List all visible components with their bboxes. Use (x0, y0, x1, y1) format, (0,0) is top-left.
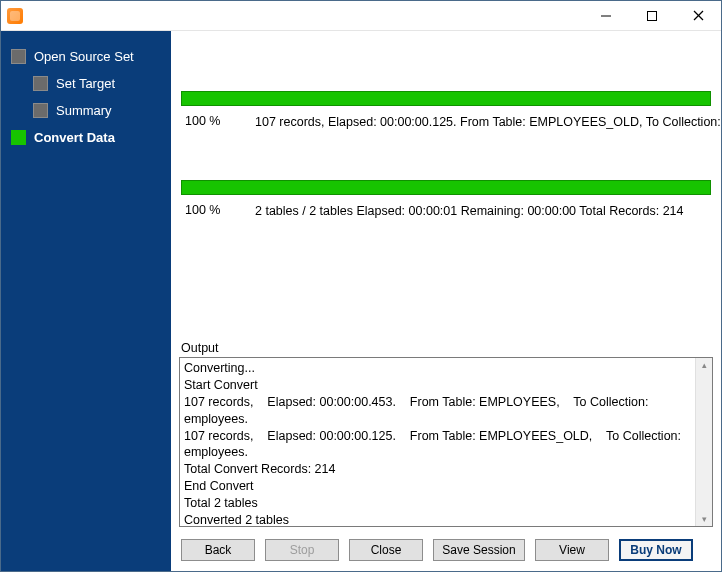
app-icon (7, 8, 23, 24)
wizard-step-status-icon (11, 49, 26, 64)
wizard-step[interactable]: Open Source Set (1, 43, 171, 70)
scroll-down-icon[interactable]: ▾ (702, 514, 707, 524)
output-scrollbar[interactable]: ▴ ▾ (695, 358, 712, 526)
wizard-step-label: Open Source Set (34, 49, 134, 64)
minimize-button[interactable] (583, 1, 629, 31)
close-window-button[interactable] (675, 1, 721, 31)
main-panel: 100 % 107 records, Elapsed: 00:00:00.125… (171, 31, 721, 571)
task-progress-bar (181, 91, 711, 106)
overall-progress-bar (181, 180, 711, 195)
svg-rect-1 (648, 11, 657, 20)
wizard-sidebar: Open Source SetSet TargetSummaryConvert … (1, 31, 171, 571)
view-button[interactable]: View (535, 539, 609, 561)
buy-now-button[interactable]: Buy Now (619, 539, 693, 561)
wizard-step[interactable]: Convert Data (1, 124, 171, 151)
progress-area: 100 % 107 records, Elapsed: 00:00:00.125… (179, 31, 713, 234)
titlebar (1, 1, 721, 31)
close-button[interactable]: Close (349, 539, 423, 561)
task-progress-info: 107 records, Elapsed: 00:00:00.125. From… (255, 114, 722, 132)
output-label: Output (179, 341, 713, 357)
wizard-step-label: Convert Data (34, 130, 115, 145)
scroll-up-icon[interactable]: ▴ (702, 360, 707, 370)
save-session-button[interactable]: Save Session (433, 539, 525, 561)
app-window: Open Source SetSet TargetSummaryConvert … (0, 0, 722, 572)
wizard-step-label: Set Target (56, 76, 115, 91)
output-textbox[interactable]: Converting... Start Convert 107 records,… (179, 357, 713, 527)
back-button[interactable]: Back (181, 539, 255, 561)
overall-progress-info: 2 tables / 2 tables Elapsed: 00:00:01 Re… (255, 203, 707, 221)
window-body: Open Source SetSet TargetSummaryConvert … (1, 31, 721, 571)
maximize-button[interactable] (629, 1, 675, 31)
task-progress-row: 100 % 107 records, Elapsed: 00:00:00.125… (179, 112, 713, 146)
wizard-step-status-icon (33, 76, 48, 91)
wizard-step-status-icon (33, 103, 48, 118)
wizard-step-label: Summary (56, 103, 112, 118)
button-row: Back Stop Close Save Session View Buy No… (179, 533, 713, 571)
titlebar-left (1, 8, 23, 24)
overall-progress-row: 100 % 2 tables / 2 tables Elapsed: 00:00… (179, 201, 713, 235)
overall-progress-percent: 100 % (185, 203, 255, 217)
window-controls (583, 1, 721, 31)
output-content: Converting... Start Convert 107 records,… (180, 358, 712, 526)
stop-button[interactable]: Stop (265, 539, 339, 561)
wizard-step[interactable]: Set Target (1, 70, 171, 97)
wizard-step[interactable]: Summary (1, 97, 171, 124)
output-section: Output Converting... Start Convert 107 r… (179, 261, 713, 533)
task-progress-percent: 100 % (185, 114, 255, 128)
wizard-step-status-icon (11, 130, 26, 145)
